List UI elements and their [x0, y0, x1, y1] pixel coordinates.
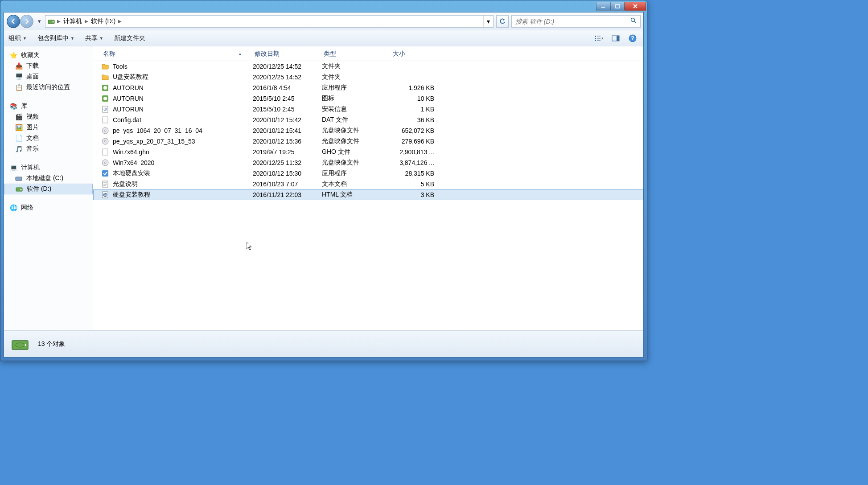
libraries-label: 库	[21, 102, 27, 110]
favorites-header[interactable]: ⭐ 收藏夹	[4, 50, 93, 61]
file-name-cell: AUTORUN	[101, 84, 253, 92]
exe-icon	[101, 84, 109, 92]
network-label: 网络	[21, 204, 33, 212]
search-icon[interactable]	[630, 17, 637, 25]
svg-rect-13	[617, 36, 619, 41]
file-size-cell: 3,874,126 ...	[391, 159, 438, 166]
file-row[interactable]: 光盘说明2016/10/23 7:07文本文档5 KB	[93, 179, 643, 189]
preview-pane-button[interactable]	[609, 33, 622, 44]
forward-button[interactable]	[20, 15, 33, 28]
chevron-right-icon[interactable]: ▶	[83, 19, 90, 24]
file-row[interactable]: Win7x64.gho2019/9/7 19:25GHO 文件2,900,813…	[93, 147, 643, 157]
search-box[interactable]	[511, 15, 641, 28]
sidebar-item-label: 文档	[26, 134, 39, 142]
file-row[interactable]: 硬盘安装教程2016/11/21 22:03HTML 文档3 KB	[93, 189, 643, 200]
file-row[interactable]: AUTORUN2015/5/10 2:45图标10 KB	[93, 93, 643, 104]
sidebar-item-desktop[interactable]: 🖥️ 桌面	[4, 71, 93, 82]
network-header[interactable]: 🌐 网络	[4, 202, 93, 213]
chevron-down-icon: ▼	[99, 36, 103, 41]
help-button[interactable]: ?	[626, 33, 639, 44]
file-row[interactable]: U盘安装教程2020/12/25 14:52文件夹	[93, 72, 643, 82]
col-size[interactable]: 大小	[391, 49, 438, 59]
file-row[interactable]: AUTORUN2016/1/8 4:54应用程序1,926 KB	[93, 82, 643, 93]
search-input[interactable]	[515, 18, 630, 25]
refresh-button[interactable]	[496, 15, 509, 28]
file-type-cell: 应用程序	[322, 84, 391, 92]
svg-point-28	[104, 130, 106, 132]
file-row[interactable]: 本地硬盘安装2020/10/12 15:30应用程序28,315 KB	[93, 168, 643, 179]
sidebar-item-downloads[interactable]: 📥 下载	[4, 61, 93, 71]
svg-line-5	[634, 21, 636, 23]
nav-history-dropdown[interactable]: ▾	[36, 15, 42, 28]
music-icon: 🎵	[15, 145, 23, 153]
libraries-header[interactable]: 📚 库	[4, 101, 93, 111]
svg-rect-6	[595, 36, 596, 37]
sidebar-item-music[interactable]: 🎵 音乐	[4, 144, 93, 154]
svg-point-22	[103, 97, 107, 100]
file-name-cell: pe_yqs_1064_20_07_31_16_04	[101, 127, 253, 135]
iso-icon	[101, 137, 109, 145]
file-row[interactable]: Config.dat2020/10/12 15:42DAT 文件36 KB	[93, 115, 643, 125]
address-dropdown[interactable]: ▾	[483, 16, 493, 27]
explorer-window: ▾ ▶ 计算机 ▶ 软件 (D:) ▶ ▾	[0, 0, 647, 361]
col-date[interactable]: 修改日期	[253, 49, 322, 59]
file-list-pane[interactable]: 名称 ▲ 修改日期 类型 大小 Tools2020/12/25 14:52文件夹…	[93, 46, 643, 330]
gen-icon	[101, 148, 109, 156]
computer-group: 💻 计算机 本地磁盘 (C:) 软件 (D:)	[4, 162, 93, 194]
new-folder-button[interactable]: 新建文件夹	[114, 34, 145, 42]
col-size-label: 大小	[393, 50, 405, 58]
file-date-cell: 2016/1/8 4:54	[253, 84, 322, 91]
back-button[interactable]	[7, 15, 20, 28]
sidebar-item-label: 桌面	[26, 73, 39, 81]
file-row[interactable]: AUTORUN2015/5/10 2:45安装信息1 KB	[93, 104, 643, 115]
file-row[interactable]: pe_yqs_xp_20_07_31_15_532020/10/12 15:36…	[93, 136, 643, 147]
nav-arrows	[7, 15, 33, 28]
breadcrumb-computer[interactable]: 计算机	[62, 17, 83, 25]
file-row[interactable]: Win7x64_20202020/12/25 11:32光盘映像文件3,874,…	[93, 157, 643, 168]
sidebar-item-pictures[interactable]: 🖼️ 图片	[4, 122, 93, 133]
sidebar-item-documents[interactable]: 📄 文档	[4, 133, 93, 144]
include-library-menu[interactable]: 包含到库中 ▼	[37, 34, 74, 42]
txt-icon	[101, 180, 109, 188]
address-bar[interactable]: ▶ 计算机 ▶ 软件 (D:) ▶ ▾	[45, 15, 494, 28]
chevron-right-icon[interactable]: ▶	[55, 19, 62, 24]
file-row[interactable]: Tools2020/12/25 14:52文件夹	[93, 61, 643, 72]
iso-icon	[101, 159, 109, 167]
file-type-cell: 光盘映像文件	[322, 159, 391, 167]
maximize-button[interactable]	[610, 2, 625, 11]
sidebar-item-videos[interactable]: 🎬 视频	[4, 111, 93, 122]
computer-label: 计算机	[21, 164, 40, 172]
file-size-cell: 279,696 KB	[391, 138, 438, 145]
title-bar[interactable]	[0, 0, 647, 12]
sidebar-item-drive-d[interactable]: 软件 (D:)	[4, 184, 93, 194]
file-name-cell: Tools	[101, 62, 253, 70]
file-type-cell: 应用程序	[322, 169, 391, 177]
svg-rect-31	[103, 149, 108, 155]
close-button[interactable]	[625, 2, 646, 11]
drive-icon	[15, 185, 23, 193]
file-name-cell: U盘安装教程	[101, 73, 253, 81]
sidebar-item-drive-c[interactable]: 本地磁盘 (C:)	[4, 173, 93, 184]
file-name-text: pe_yqs_xp_20_07_31_15_53	[113, 138, 195, 145]
chevron-down-icon: ▼	[23, 36, 27, 41]
file-row[interactable]: pe_yqs_1064_20_07_31_16_042020/10/12 15:…	[93, 125, 643, 136]
file-type-cell: 文本文档	[322, 180, 391, 188]
video-icon: 🎬	[15, 113, 23, 121]
chevron-right-icon[interactable]: ▶	[116, 19, 123, 24]
breadcrumb-drive[interactable]: 软件 (D:)	[90, 17, 116, 25]
file-size-cell: 36 KB	[391, 116, 438, 123]
file-date-cell: 2020/10/12 15:30	[253, 170, 322, 177]
file-name-cell: AUTORUN	[101, 95, 253, 103]
minimize-button[interactable]	[596, 2, 610, 11]
computer-header[interactable]: 💻 计算机	[4, 162, 93, 173]
organize-menu[interactable]: 组织 ▼	[8, 34, 27, 42]
col-type[interactable]: 类型	[322, 49, 391, 59]
sidebar-item-recent[interactable]: 📋 最近访问的位置	[4, 82, 93, 93]
view-mode-button[interactable]	[592, 33, 605, 44]
col-name[interactable]: 名称 ▲	[101, 49, 253, 59]
file-type-cell: HTML 文档	[322, 191, 391, 199]
file-date-cell: 2019/9/7 19:25	[253, 148, 322, 156]
svg-rect-7	[595, 38, 596, 39]
share-menu[interactable]: 共享 ▼	[85, 34, 103, 42]
svg-rect-8	[595, 40, 596, 41]
